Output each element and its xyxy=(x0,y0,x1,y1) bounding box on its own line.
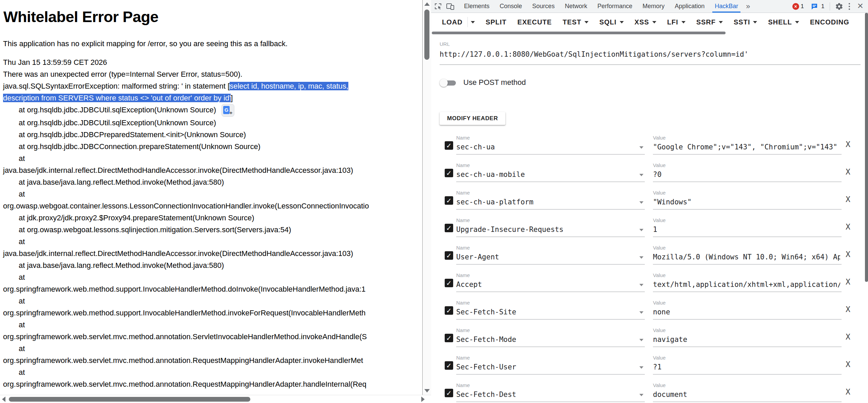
hackbar-menu-xss[interactable]: XSS xyxy=(629,18,662,26)
scroll-down-arrow-icon[interactable] xyxy=(424,389,430,392)
page-vertical-scrollbar[interactable] xyxy=(422,0,431,395)
scroll-right-arrow-icon[interactable] xyxy=(421,397,425,402)
header-checkbox[interactable]: ✓ xyxy=(445,169,453,177)
header-name-input[interactable]: sec-ch-ua-mobile xyxy=(456,170,636,179)
devtools-vertical-scrollbar-thumb[interactable] xyxy=(865,13,868,282)
chevron-down-icon[interactable] xyxy=(681,21,686,23)
header-checkbox[interactable]: ✓ xyxy=(445,389,453,397)
tab-elements[interactable]: Elements xyxy=(459,0,495,13)
header-value-input[interactable]: 1 xyxy=(653,225,840,234)
header-name-input[interactable]: Sec-Fetch-Site xyxy=(456,308,636,316)
chevron-down-icon[interactable] xyxy=(639,366,643,369)
tab-console[interactable]: Console xyxy=(495,0,527,13)
page-horizontal-scrollbar[interactable] xyxy=(0,395,431,403)
more-tabs-chevron[interactable]: » xyxy=(743,2,753,11)
chevron-down-icon[interactable] xyxy=(639,174,643,176)
header-value-input[interactable]: Mozilla/5.0 (Windows NT 10.0; Win64; x64… xyxy=(653,253,840,261)
chevron-down-icon[interactable] xyxy=(795,21,799,23)
remove-header-button[interactable]: X xyxy=(846,195,850,204)
header-name-input[interactable]: Accept xyxy=(456,280,636,289)
hackbar-menu-split[interactable]: SPLIT xyxy=(480,18,512,26)
close-devtools-icon[interactable]: × xyxy=(854,1,868,12)
header-checkbox[interactable]: ✓ xyxy=(445,196,453,205)
remove-header-button[interactable]: X xyxy=(846,387,850,396)
chevron-down-icon[interactable] xyxy=(639,146,643,149)
hackbar-menu-ssti[interactable]: SSTI xyxy=(728,18,763,26)
header-name-input[interactable]: User-Agent xyxy=(456,253,636,261)
header-name-input[interactable]: sec-ch-ua-platform xyxy=(456,198,636,206)
chevron-down-icon[interactable] xyxy=(719,21,723,23)
tab-performance[interactable]: Performance xyxy=(592,0,637,13)
header-checkbox[interactable]: ✓ xyxy=(445,251,453,260)
header-value-input[interactable]: ?1 xyxy=(653,363,840,371)
hackbar-menu-test[interactable]: TEST xyxy=(557,18,594,26)
header-value-input[interactable]: navigate xyxy=(653,335,840,344)
remove-header-button[interactable]: X xyxy=(846,222,850,231)
hackbar-menu-ssrf[interactable]: SSRF xyxy=(691,18,728,26)
device-toolbar-icon[interactable] xyxy=(445,1,456,12)
error-badge-icon[interactable]: × xyxy=(792,3,799,10)
header-name-input[interactable]: Sec-Fetch-User xyxy=(456,363,636,371)
header-checkbox[interactable]: ✓ xyxy=(445,361,453,370)
chevron-down-icon[interactable] xyxy=(620,21,624,23)
hackbar-menu-sqli[interactable]: SQLI xyxy=(594,18,629,26)
remove-header-button[interactable]: X xyxy=(846,305,850,314)
header-checkbox[interactable]: ✓ xyxy=(445,141,453,150)
header-checkbox[interactable]: ✓ xyxy=(445,334,453,342)
tab-network[interactable]: Network xyxy=(560,0,592,13)
hackbar-menu-execute[interactable]: EXECUTE xyxy=(512,18,557,26)
chevron-down-icon[interactable] xyxy=(471,21,475,23)
header-name-input[interactable]: Upgrade-Insecure-Requests xyxy=(456,225,636,234)
chevron-down-icon[interactable] xyxy=(584,21,589,23)
header-checkbox[interactable]: ✓ xyxy=(445,306,453,315)
scroll-left-arrow-icon[interactable] xyxy=(2,397,5,402)
chevron-down-icon[interactable] xyxy=(639,394,643,396)
url-input[interactable]: http://127.0.0.1:8080/WebGoat/SqlInjecti… xyxy=(440,50,748,58)
remove-header-button[interactable]: X xyxy=(846,360,850,369)
horizontal-scrollbar-thumb[interactable] xyxy=(9,397,250,402)
remove-header-button[interactable]: X xyxy=(846,167,850,176)
tab-memory[interactable]: Memory xyxy=(637,0,670,13)
issues-icon[interactable] xyxy=(809,1,819,12)
chevron-down-icon[interactable] xyxy=(639,201,643,204)
chevron-down-icon[interactable] xyxy=(753,21,757,23)
remove-header-button[interactable]: X xyxy=(846,332,850,341)
hackbar-horizontal-scrollbar-thumb[interactable] xyxy=(432,32,726,34)
scroll-up-arrow-icon[interactable] xyxy=(424,2,430,6)
value-underline xyxy=(653,209,842,209)
header-value-input[interactable]: ?0 xyxy=(653,170,840,179)
more-options-kebab-icon[interactable] xyxy=(844,3,854,10)
tab-application[interactable]: Application xyxy=(670,0,710,13)
header-value-input[interactable]: "Windows" xyxy=(653,198,840,206)
header-checkbox[interactable]: ✓ xyxy=(445,279,453,287)
header-value-input[interactable]: "Google Chrome";v="143", "Chromium";v="1… xyxy=(653,143,840,151)
modify-header-button[interactable]: MODIFY HEADER xyxy=(440,112,505,125)
google-translate-icon[interactable]: G✦ xyxy=(221,104,234,117)
hackbar-menu-lfi[interactable]: LFI xyxy=(662,18,691,26)
header-value-input[interactable]: document xyxy=(653,390,840,399)
chevron-down-icon[interactable] xyxy=(639,339,643,341)
vertical-scrollbar-thumb[interactable] xyxy=(424,10,429,60)
header-name-input[interactable]: sec-ch-ua xyxy=(456,143,636,151)
tab-sources[interactable]: Sources xyxy=(527,0,560,13)
header-name-input[interactable]: Sec-Fetch-Mode xyxy=(456,335,636,344)
remove-header-button[interactable]: X xyxy=(846,250,850,259)
header-value-input[interactable]: text/html,application/xhtml+xml,applicat… xyxy=(653,280,840,289)
header-value-input[interactable]: none xyxy=(653,308,840,316)
use-post-toggle[interactable] xyxy=(440,79,459,87)
hackbar-menu-load[interactable]: LOAD xyxy=(437,17,480,27)
remove-header-button[interactable]: X xyxy=(846,277,850,286)
header-name-input[interactable]: Sec-Fetch-Dest xyxy=(456,390,636,399)
settings-gear-icon[interactable] xyxy=(834,1,844,12)
header-checkbox[interactable]: ✓ xyxy=(445,224,453,232)
chevron-down-icon[interactable] xyxy=(639,229,643,231)
inspect-element-icon[interactable] xyxy=(433,1,443,12)
hackbar-menu-shell[interactable]: SHELL xyxy=(763,18,805,26)
chevron-down-icon[interactable] xyxy=(652,21,656,23)
chevron-down-icon[interactable] xyxy=(639,256,643,259)
remove-header-button[interactable]: X xyxy=(846,140,850,149)
hackbar-menu-encoding[interactable]: ENCODING xyxy=(805,18,855,26)
chevron-down-icon[interactable] xyxy=(639,284,643,286)
tab-hackbar[interactable]: HackBar xyxy=(710,0,743,13)
chevron-down-icon[interactable] xyxy=(639,311,643,314)
